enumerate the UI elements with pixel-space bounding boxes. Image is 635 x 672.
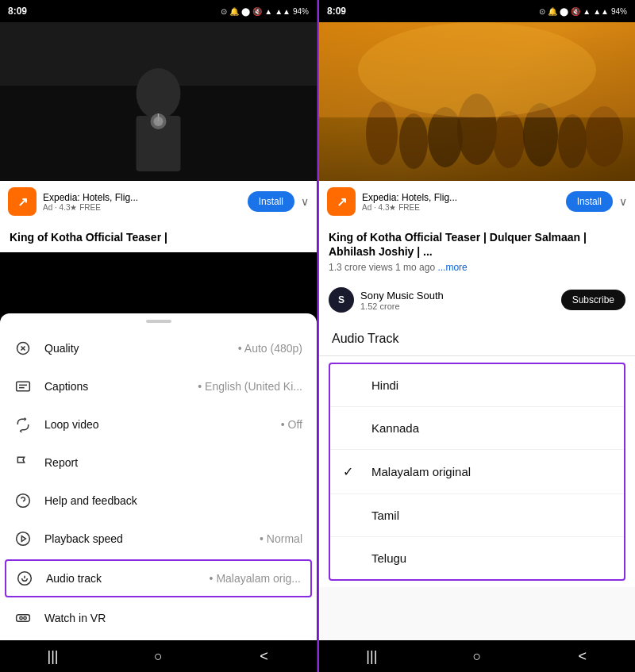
- left-status-bar: 8:09 ⊙ 🔔 ⬤ 🔇 ▲ ▲▲ 94%: [0, 0, 317, 22]
- channel-name[interactable]: Sony Music South: [360, 290, 555, 301]
- right-status-bar: 8:09 ⊙ 🔔 ⬤ 🔇 ▲ ▲▲ 94%: [319, 0, 635, 22]
- right-ad-title: Expedia: Hotels, Flig...: [362, 192, 560, 203]
- r-wifi-icon: ▲: [583, 7, 591, 16]
- whatsapp-icon: ⊙: [221, 7, 227, 16]
- left-ad-title: Expedia: Hotels, Flig...: [43, 192, 241, 203]
- menu-item-help[interactable]: Help and feedback: [0, 482, 317, 520]
- svg-point-20: [24, 616, 26, 619]
- screen-record-icon: ⬤: [241, 7, 250, 16]
- menu-loop-value: • Off: [281, 418, 302, 431]
- notification-icon: 🔔: [229, 7, 239, 16]
- audio-track-item-hindi[interactable]: Hindi: [330, 364, 624, 407]
- right-ad-install-button[interactable]: Install: [566, 191, 613, 212]
- svg-point-14: [17, 532, 30, 546]
- svg-point-19: [20, 616, 22, 619]
- svg-point-2: [137, 68, 181, 119]
- left-ad-chevron-icon: ∨: [301, 195, 309, 208]
- svg-marker-15: [21, 536, 25, 542]
- hindi-label: Hindi: [371, 378, 398, 392]
- mute-icon: 🔇: [252, 7, 262, 16]
- right-nav-home[interactable]: ○: [461, 640, 493, 672]
- right-channel-row: S Sony Music South 1.52 crore Subscribe: [319, 281, 635, 319]
- menu-item-captions[interactable]: Captions • English (United Ki...: [0, 367, 317, 405]
- r-screen-record-icon: ⬤: [560, 7, 568, 16]
- svg-point-23: [399, 113, 428, 169]
- audio-track-header: Audio Track: [319, 319, 635, 356]
- right-video-title: King of Kotha Official Teaser | Dulquer …: [329, 230, 625, 259]
- left-nav-menu[interactable]: |||: [37, 640, 69, 672]
- left-nav-back[interactable]: <: [248, 640, 280, 672]
- right-video-meta: 1.3 crore views 1 mo ago ...more: [329, 262, 625, 273]
- right-status-time: 8:09: [327, 6, 346, 17]
- r-whatsapp-icon: ⊙: [539, 7, 545, 16]
- right-video-area: [319, 22, 635, 181]
- left-video-info: King of Kotha Official Teaser |: [0, 222, 317, 252]
- menu-handle: [146, 320, 171, 323]
- menu-loop-label: Loop video: [44, 418, 268, 431]
- right-ad-logo: ↗: [327, 187, 356, 216]
- left-bottom-nav: ||| ○ <: [0, 640, 317, 672]
- menu-item-quality[interactable]: Quality • Auto (480p): [0, 329, 317, 367]
- captions-icon: [14, 378, 32, 395]
- audio-track-item-kannada[interactable]: Kannada: [330, 407, 624, 450]
- menu-captions-value: • English (United Ki...: [198, 380, 302, 393]
- channel-avatar-initial: S: [338, 294, 344, 305]
- right-video-thumbnail: [319, 22, 635, 181]
- left-nav-home[interactable]: ○: [143, 640, 175, 672]
- quality-icon: [14, 340, 32, 357]
- r-signal-icon: ▲▲: [593, 7, 609, 16]
- left-video-svg: [0, 22, 317, 181]
- svg-point-28: [558, 114, 587, 168]
- menu-item-vr[interactable]: Watch in VR: [0, 599, 317, 637]
- menu-playback-value: • Normal: [260, 532, 302, 545]
- left-video-thumbnail: [0, 22, 317, 181]
- right-audio-content: Audio Track Hindi Kannada ✓ Malayalam or…: [319, 319, 635, 640]
- r-mute-icon: 🔇: [571, 7, 580, 16]
- right-ad-banner: ↗ Expedia: Hotels, Flig... Ad · 4.3★ FRE…: [319, 181, 635, 222]
- right-ad-subtitle: Ad · 4.3★ FREE: [362, 203, 560, 212]
- right-view-count: 1.3 crore views: [329, 262, 393, 273]
- battery-icon: 94%: [293, 7, 309, 16]
- svg-point-26: [493, 111, 525, 168]
- menu-item-loop[interactable]: Loop video • Off: [0, 405, 317, 444]
- menu-item-audio[interactable]: Audio track • Malayalam orig...: [5, 559, 312, 597]
- right-ad-text: Expedia: Hotels, Flig... Ad · 4.3★ FREE: [362, 192, 560, 212]
- left-ad-text: Expedia: Hotels, Flig... Ad · 4.3★ FREE: [43, 192, 241, 212]
- channel-name-wrap: Sony Music South 1.52 crore: [360, 290, 555, 311]
- right-ad-chevron-icon: ∨: [619, 195, 627, 208]
- audio-track-item-malayalam[interactable]: ✓ Malayalam original: [330, 450, 624, 494]
- left-ad-logo-icon: ↗: [17, 194, 28, 209]
- report-icon: [14, 454, 32, 471]
- svg-point-12: [17, 494, 30, 508]
- vr-icon: [14, 609, 32, 627]
- help-icon: [14, 492, 32, 509]
- left-phone-panel: 8:09 ⊙ 🔔 ⬤ 🔇 ▲ ▲▲ 94%: [0, 0, 318, 672]
- left-video-title: King of Kotha Official Teaser |: [10, 230, 307, 244]
- svg-point-31: [358, 22, 596, 117]
- left-ad-install-button[interactable]: Install: [248, 191, 294, 212]
- audio-track-list: Hindi Kannada ✓ Malayalam original Tamil…: [329, 363, 625, 581]
- r-notification-icon: 🔔: [548, 7, 557, 16]
- playback-icon: [14, 530, 32, 547]
- right-nav-back[interactable]: <: [567, 640, 598, 672]
- right-upload-time: 1 mo ago: [395, 262, 437, 273]
- menu-quality-label: Quality: [44, 342, 225, 355]
- right-bottom-nav: ||| ○ <: [319, 640, 635, 672]
- tamil-label: Tamil: [371, 509, 399, 522]
- signal-icon: ▲▲: [275, 7, 291, 16]
- loop-icon: [14, 416, 32, 433]
- menu-help-label: Help and feedback: [44, 494, 302, 507]
- channel-subs: 1.52 crore: [360, 301, 555, 311]
- menu-audio-value: • Malayalam orig...: [210, 572, 301, 585]
- menu-item-report[interactable]: Report: [0, 444, 317, 482]
- menu-quality-value: • Auto (480p): [238, 342, 302, 355]
- audio-track-item-tamil[interactable]: Tamil: [330, 494, 624, 537]
- left-status-time: 8:09: [8, 6, 27, 17]
- right-more-link[interactable]: ...more: [437, 262, 467, 273]
- right-phone-panel: 8:09 ⊙ 🔔 ⬤ 🔇 ▲ ▲▲ 94%: [318, 0, 635, 672]
- svg-rect-9: [17, 382, 30, 391]
- subscribe-button[interactable]: Subscribe: [561, 290, 625, 310]
- menu-item-playback[interactable]: Playback speed • Normal: [0, 520, 317, 558]
- audio-track-item-telugu[interactable]: Telugu: [330, 537, 624, 579]
- right-nav-menu[interactable]: |||: [356, 640, 387, 672]
